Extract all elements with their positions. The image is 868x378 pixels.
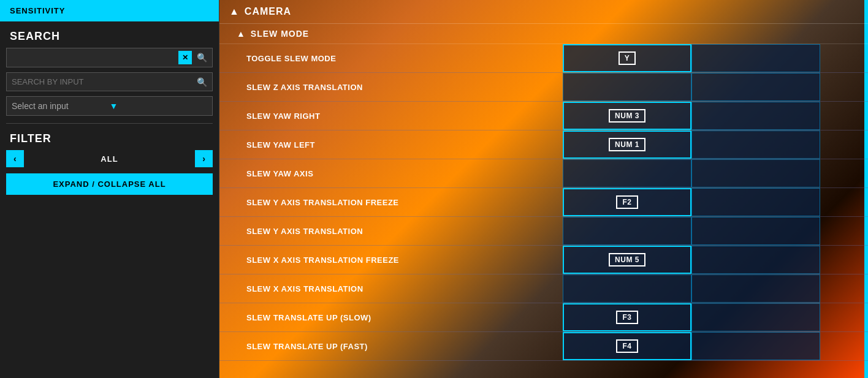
binding-key-primary[interactable]: F2 — [563, 188, 691, 216]
subcategory-arrow-icon: ▲ — [237, 29, 246, 39]
binding-row: SLEW YAW LEFTNUM 1 — [219, 130, 868, 159]
binding-row: SLEW YAW RIGHTNUM 3 — [219, 102, 868, 130]
binding-label: SLEW TRANSLATE UP (FAST) — [219, 336, 563, 357]
search-by-input-row: 🔍 — [6, 72, 213, 91]
key-badge: F4 — [616, 339, 638, 353]
search-text-input[interactable]: slew — [7, 48, 178, 67]
select-input-label: Select an input — [12, 101, 110, 111]
search-clear-button[interactable]: ✕ — [178, 51, 192, 64]
subcategory-header-slew-mode[interactable]: ▲ SLEW MODE — [219, 24, 868, 44]
key-badge: NUM 3 — [609, 109, 645, 123]
content-overlay: ▲ CAMERA ▲ SLEW MODE TOGGLE SLEW MODEYSL… — [219, 0, 868, 361]
binding-key-primary[interactable] — [563, 159, 691, 187]
filter-row: ‹ ALL › — [0, 150, 219, 167]
binding-label: SLEW X AXIS TRANSLATION — [219, 278, 563, 300]
binding-key-primary[interactable]: F3 — [563, 303, 691, 331]
binding-key-secondary[interactable] — [691, 159, 820, 187]
binding-row: SLEW X AXIS TRANSLATION FREEZENUM 5 — [219, 246, 868, 274]
binding-key-secondary[interactable] — [691, 217, 820, 245]
binding-row: SLEW YAW AXIS — [219, 159, 868, 188]
binding-key-secondary[interactable] — [691, 44, 820, 72]
key-badge: F3 — [616, 311, 638, 324]
binding-key-secondary[interactable] — [691, 73, 820, 101]
binding-label: SLEW X AXIS TRANSLATION FREEZE — [219, 249, 563, 271]
key-badge: NUM 1 — [609, 138, 645, 151]
binding-key-primary[interactable]: NUM 1 — [563, 130, 691, 159]
binding-key-secondary[interactable] — [691, 303, 820, 331]
binding-rows-container: TOGGLE SLEW MODEYSLEW Z AXIS TRANSLATION… — [219, 44, 868, 361]
chevron-down-icon: ▼ — [110, 101, 208, 111]
search-submit-button[interactable]: 🔍 — [192, 50, 212, 65]
binding-key-secondary[interactable] — [691, 188, 820, 216]
binding-key-secondary[interactable] — [691, 332, 820, 360]
binding-label: SLEW YAW AXIS — [219, 163, 563, 184]
key-badge: Y — [619, 51, 636, 65]
binding-label: SLEW Y AXIS TRANSLATION — [219, 221, 563, 242]
subcategory-label: SLEW MODE — [251, 29, 309, 39]
category-header-camera[interactable]: ▲ CAMERA — [219, 0, 868, 24]
expand-collapse-button[interactable]: EXPAND / COLLAPSE ALL — [6, 173, 213, 195]
binding-row: SLEW TRANSLATE UP (FAST)F4 — [219, 332, 868, 361]
binding-key-primary[interactable]: NUM 3 — [563, 102, 691, 130]
search-section-label: SEARCH — [0, 21, 219, 48]
divider-1 — [6, 123, 213, 124]
binding-key-primary[interactable] — [563, 217, 691, 245]
filter-next-button[interactable]: › — [195, 150, 213, 167]
binding-key-secondary[interactable] — [691, 102, 820, 130]
search-by-input-button[interactable]: 🔍 — [192, 75, 212, 89]
binding-label: SLEW YAW RIGHT — [219, 105, 563, 127]
category-label: CAMERA — [245, 6, 291, 17]
binding-key-primary[interactable] — [563, 274, 691, 303]
main-content: ▲ CAMERA ▲ SLEW MODE TOGGLE SLEW MODEYSL… — [219, 0, 868, 378]
binding-key-secondary[interactable] — [691, 130, 820, 159]
binding-row: SLEW Y AXIS TRANSLATION FREEZEF2 — [219, 188, 868, 217]
binding-row: SLEW Z AXIS TRANSLATION — [219, 73, 868, 102]
binding-row: SLEW TRANSLATE UP (SLOW)F3 — [219, 303, 868, 332]
category-arrow-icon: ▲ — [229, 6, 240, 17]
binding-label: TOGGLE SLEW MODE — [219, 48, 563, 69]
binding-row: TOGGLE SLEW MODEY — [219, 44, 868, 73]
binding-key-secondary[interactable] — [691, 246, 820, 274]
key-badge: NUM 5 — [609, 253, 645, 266]
binding-key-primary[interactable]: NUM 5 — [563, 246, 691, 274]
filter-all-label: ALL — [26, 154, 193, 164]
filter-section-label: FILTER — [0, 126, 219, 150]
binding-key-secondary[interactable] — [691, 274, 820, 303]
select-input-dropdown[interactable]: Select an input ▼ — [6, 96, 213, 116]
binding-key-primary[interactable] — [563, 73, 691, 101]
sensitivity-button[interactable]: SENSITIVITY — [0, 0, 219, 21]
binding-label: SLEW YAW LEFT — [219, 134, 563, 156]
binding-row: SLEW Y AXIS TRANSLATION — [219, 217, 868, 246]
search-by-input-field[interactable] — [7, 73, 192, 91]
binding-key-primary[interactable]: F4 — [563, 332, 691, 360]
key-badge: F2 — [616, 195, 638, 209]
sidebar: SENSITIVITY SEARCH slew ✕ 🔍 🔍 Select an … — [0, 0, 219, 378]
binding-row: SLEW X AXIS TRANSLATION — [219, 274, 868, 303]
filter-prev-button[interactable]: ‹ — [6, 150, 24, 167]
binding-label: SLEW Z AXIS TRANSLATION — [219, 77, 563, 98]
binding-label: SLEW Y AXIS TRANSLATION FREEZE — [219, 192, 563, 213]
binding-label: SLEW TRANSLATE UP (SLOW) — [219, 307, 563, 328]
search-text-input-row: slew ✕ 🔍 — [6, 48, 213, 67]
binding-key-primary[interactable]: Y — [563, 44, 691, 72]
search-box-wrapper: slew ✕ 🔍 🔍 Select an input ▼ — [0, 48, 219, 121]
